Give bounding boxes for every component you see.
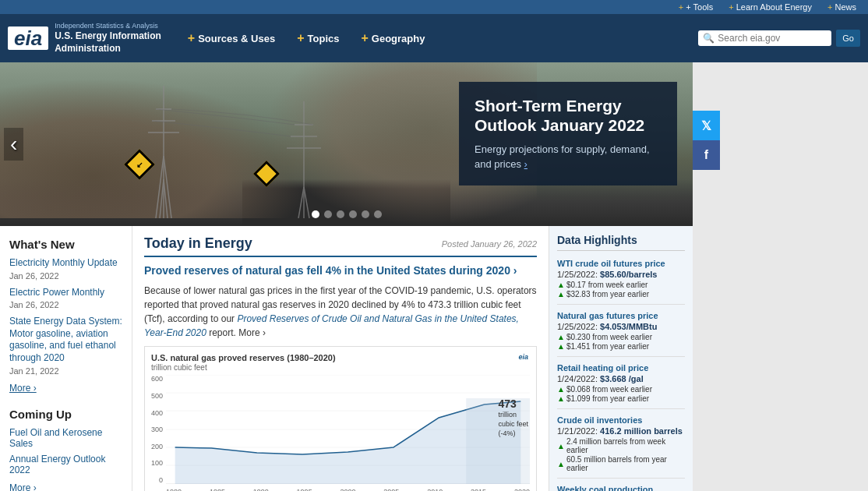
- chart-subtitle: trillion cubic feet: [151, 363, 530, 372]
- dot-3[interactable]: [337, 210, 344, 218]
- geography-label: Geography: [372, 33, 425, 44]
- coming-up-more[interactable]: More ›: [9, 482, 37, 491]
- sources-uses-nav[interactable]: + Sources & Uses: [177, 14, 286, 62]
- arrow-down-icon-1: ▲: [557, 333, 565, 341]
- dh-item-natgas: Natural gas futures price 1/25/2022: $4.…: [557, 311, 685, 357]
- agency-name-line3: Administration: [55, 43, 161, 55]
- dh-item-wti: WTI crude oil futures price 1/25/2022: $…: [557, 259, 685, 305]
- data-highlights-title: Data Highlights: [557, 234, 685, 251]
- sidebar-date-3: Jan 21, 2022: [9, 366, 122, 376]
- agency-name-line2: U.S. Energy Information: [55, 30, 161, 43]
- learn-plus: +: [729, 2, 733, 12]
- sources-plus: +: [188, 31, 195, 45]
- sidebar-link-annual-outlook[interactable]: Annual Energy Outlook 2022: [9, 454, 122, 475]
- dh-heating-date: 1/24/2022:: [557, 374, 598, 383]
- topics-nav[interactable]: + Topics: [286, 14, 350, 62]
- arrow-up-icon-3: ▲: [557, 385, 565, 394]
- agency-tagline: Independent Statistics & Analysis: [55, 22, 161, 31]
- logo-description: Independent Statistics & Analysis U.S. E…: [55, 22, 161, 55]
- sidebar-link-electric-power[interactable]: Electric Power Monthly: [9, 287, 122, 299]
- social-sidebar: 𝕏 f: [693, 62, 720, 491]
- svg-line-12: [298, 187, 304, 218]
- hero-link[interactable]: ›: [524, 158, 528, 170]
- dot-2[interactable]: [324, 210, 332, 218]
- dh-heating-change2: ▲ $1.099 from year earlier: [557, 394, 685, 403]
- dh-natgas-change2: ▲ $1.451 from year earlier: [557, 342, 685, 351]
- arrow-up-icon-2: ▲: [557, 290, 565, 298]
- arrow-down-icon-2: ▲: [557, 342, 565, 351]
- chart-title: U.S. natural gas proved reserves (1980–2…: [151, 353, 530, 362]
- twitter-icon: 𝕏: [701, 118, 711, 133]
- dh-natgas-name: Natural gas futures price: [557, 311, 685, 320]
- sidebar-date-2: Jan 26, 2022: [9, 300, 122, 309]
- learn-link[interactable]: + Learn About Energy: [729, 2, 812, 12]
- twitter-button[interactable]: 𝕏: [693, 111, 720, 140]
- dh-crude-date-price: 1/21/2022: 416.2 million barrels: [557, 426, 685, 436]
- chart-annotation: 473 trillioncubic feet (-4%): [498, 397, 528, 438]
- main-nav: + Sources & Uses + Topics + Geography: [177, 14, 698, 62]
- coming-up-title: Coming Up: [9, 408, 122, 421]
- dh-crude-change1: ▲ 2.4 million barrels from week earlier: [557, 437, 685, 454]
- news-plus: +: [827, 2, 832, 12]
- article-title-link[interactable]: Proved reserves of natural gas fell 4% i…: [144, 263, 537, 277]
- dot-6[interactable]: [374, 210, 382, 218]
- topics-label: Topics: [308, 33, 340, 44]
- arrow-down-icon-4: ▲: [557, 460, 565, 468]
- whats-new-more[interactable]: More ›: [9, 383, 37, 394]
- dh-wti-change1: ▲ $0.17 from week earlier: [557, 281, 685, 289]
- dh-heating-price: $3.668 /gal: [600, 374, 644, 383]
- chart-value: 473: [498, 397, 516, 410]
- dh-item-coal: Weekly coal production 1/15/2022: 11.916…: [557, 485, 685, 491]
- search-icon: 🔍: [703, 33, 715, 44]
- whats-new-section: What's New Electricity Monthly Update Ja…: [9, 238, 122, 394]
- facebook-icon: f: [704, 148, 708, 162]
- dh-wti-date-price: 1/25/2022: $85.60/barrels: [557, 270, 685, 279]
- dh-heating-name: Retail heating oil price: [557, 363, 685, 373]
- arrow-up-icon-4: ▲: [557, 394, 565, 403]
- y-axis: 600 500 400 300 200 100 0: [151, 375, 166, 491]
- dh-wti-date: 1/25/2022:: [557, 270, 598, 279]
- facebook-button[interactable]: f: [693, 140, 720, 170]
- hero-prev-btn[interactable]: ‹: [4, 128, 23, 161]
- sources-label: Sources & Uses: [198, 33, 275, 44]
- sidebar-date-1: Jan 26, 2022: [9, 271, 122, 281]
- dh-heating-change1: ▲ $0.068 from week earlier: [557, 385, 685, 394]
- sidebar-link-electricity-monthly[interactable]: Electricity Monthly Update: [9, 257, 122, 270]
- sidebar-link-fuel-oil[interactable]: Fuel Oil and Kerosene Sales: [9, 427, 122, 449]
- hero-banner: ↙ ‹ Short-Term Energy Outlook January 20…: [0, 62, 693, 226]
- chart-area: 600 500 400 300 200 100 0: [151, 375, 530, 491]
- chart-value-unit: trillioncubic feet: [498, 411, 528, 428]
- search-box: 🔍: [698, 30, 831, 46]
- tools-link[interactable]: + + Tools: [679, 2, 713, 12]
- chart-container: U.S. natural gas proved reserves (1980–2…: [144, 346, 537, 491]
- coming-up-section: Coming Up Fuel Oil and Kerosene Sales An…: [9, 408, 122, 491]
- geography-plus: +: [361, 31, 368, 45]
- dh-natgas-date: 1/25/2022:: [557, 322, 598, 331]
- news-link[interactable]: + News: [827, 2, 856, 12]
- line-chart-svg: [166, 375, 530, 484]
- whats-new-title: What's New: [9, 238, 122, 251]
- dh-item-crude: Crude oil inventories 1/21/2022: 416.2 m…: [557, 415, 685, 479]
- dot-4[interactable]: [349, 210, 357, 218]
- dh-crude-change2: ▲ 60.5 million barrels from year earlier: [557, 455, 685, 472]
- logo-text: eia: [14, 26, 42, 50]
- dh-heating-date-price: 1/24/2022: $3.668 /gal: [557, 374, 685, 383]
- topics-plus: +: [297, 31, 304, 45]
- search-input[interactable]: [718, 33, 827, 44]
- dh-coal-name: Weekly coal production: [557, 485, 685, 491]
- search-button[interactable]: Go: [836, 30, 860, 47]
- article-text-part2: report. More ›: [206, 327, 266, 338]
- dh-item-heating: Retail heating oil price 1/24/2022: $3.6…: [557, 363, 685, 409]
- dh-natgas-price: $4.053/MMBtu: [600, 322, 657, 331]
- learn-label: Learn About Energy: [736, 2, 812, 12]
- dot-5[interactable]: [362, 210, 369, 218]
- dot-1[interactable]: [312, 210, 319, 218]
- posted-date: Posted January 26, 2022: [442, 239, 537, 249]
- dh-crude-price: 416.2 million barrels: [600, 426, 683, 436]
- sidebar-link-state-energy[interactable]: State Energy Data System: Motor gasoline…: [9, 316, 122, 364]
- news-label: News: [834, 2, 856, 12]
- dh-natgas-date-price: 1/25/2022: $4.053/MMBtu: [557, 322, 685, 331]
- hero-text-box: Short-Term Energy Outlook January 2022 E…: [459, 82, 677, 185]
- today-energy-title: Today in Energy: [144, 235, 252, 252]
- geography-nav[interactable]: + Geography: [350, 14, 436, 62]
